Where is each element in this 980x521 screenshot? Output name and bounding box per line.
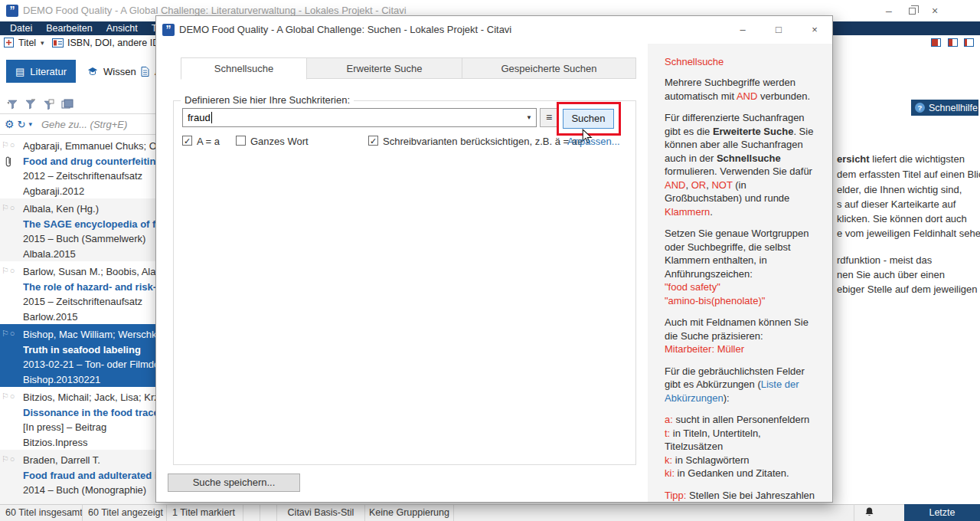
sync-icon[interactable]: ↻ (18, 119, 26, 130)
reference-list: ⚐○ Agbaraji, Emmanuel Chuks; Och Food an… (0, 136, 155, 504)
checkbox-whole-word-label[interactable]: Ganzes Wort (250, 136, 309, 147)
text-segment: in Gedanken und Zitaten. (675, 467, 789, 479)
status-total-count[interactable]: 60 Titel insgesamt (0, 505, 83, 521)
anpassen-link[interactable]: Anpassen... (567, 136, 620, 147)
close-icon[interactable]: × (803, 21, 826, 38)
task-flag-icon: ⚐○ (2, 454, 16, 464)
goto-input[interactable]: Gehe zu... (Strg+E) (41, 119, 127, 130)
combo-dropdown-icon[interactable]: ▼ (526, 114, 532, 121)
tab-erweiterte-suche[interactable]: Erweiterte Suche (307, 57, 462, 79)
list-item[interactable]: ⚐○ Albala, Ken (Hg.) The SAGE encycloped… (0, 198, 155, 261)
tab-literatur[interactable]: ▤ Literatur (6, 60, 76, 83)
statusbar: 60 Titel insgesamt 60 Titel angezeigt 1 … (0, 504, 980, 521)
main-window-controls: – × (877, 2, 946, 20)
layout-columns-icon-2[interactable] (948, 38, 958, 47)
ref-title: Food fraud and adulterated i (23, 468, 155, 483)
menu-bearbeiten[interactable]: Bearbeiten (39, 21, 99, 35)
filter-clear-icon[interactable] (43, 99, 54, 110)
status-empty-cell (243, 505, 260, 521)
checkbox-spelling-variants-label[interactable]: Schreibvarianten berücksichtigen, z.B. ä… (383, 136, 583, 147)
list-item[interactable]: ⚐○ Barlow, Susan M.; Boobis, Alan The ro… (0, 261, 155, 324)
text-segment: Schnellsuche (717, 152, 781, 164)
ref-authors: Bishop, Mac William; Werschku (23, 327, 155, 342)
text-segment: . (710, 206, 713, 218)
text-segment: rdfunktion - meist das (837, 254, 932, 266)
list-item[interactable]: ⚐○ Braden, Darrell T. Food fraud and adu… (0, 450, 155, 504)
minimize-icon[interactable]: – (731, 21, 754, 38)
dialog-titlebar: ” DEMO Food Quality - A Global Challenge… (156, 16, 832, 44)
text-segment: elder, die Ihnen wichtig sind, (837, 184, 962, 195)
ref-title: Food and drug counterfeiting (23, 154, 155, 169)
id-card-icon (52, 38, 64, 48)
layout-columns-icon-3[interactable] (964, 38, 974, 47)
dialog-controls: – □ × (731, 21, 826, 38)
gear-icon[interactable]: ⚙ (5, 118, 15, 130)
save-search-button[interactable]: Suche speichern... (168, 473, 300, 492)
checkbox-spelling-variants[interactable]: ✓ (368, 136, 378, 146)
hamburger-icon: ≡ (546, 111, 552, 123)
text-segment: ersicht (837, 153, 870, 165)
titel-button[interactable]: Titel (18, 38, 36, 48)
statusbar-divider (854, 504, 854, 521)
criteria-label: Definieren Sie hier Ihre Suchkriterien: (181, 94, 354, 106)
text-segment: Mitarbeiter: Müller (665, 343, 744, 355)
text-segment: s auf dieser Karteikarte auf (837, 198, 956, 210)
restore-icon[interactable] (900, 2, 923, 20)
status-marked-count[interactable]: 1 Titel markiert (167, 505, 243, 521)
status-citation-style[interactable]: Citavi Basis-Stil (277, 505, 365, 521)
help-fragment: klicken. Sie können dort auch (837, 211, 980, 227)
text-segment: Stellen Sie bei Jahreszahlen die Abkürzu… (665, 490, 815, 503)
search-options-row: ✓ A = a Ganzes Wort ✓ Schreibvarianten b… (182, 136, 622, 148)
help-fragment: elder, die Ihnen wichtig sind, (837, 182, 980, 198)
list-item[interactable]: ⚐○ Agbaraji, Emmanuel Chuks; Och Food an… (0, 136, 155, 198)
status-grouping[interactable]: Keine Gruppierung (365, 505, 454, 521)
dialog-tabs: Schnellsuche Erweiterte Suche Gespeicher… (181, 57, 636, 80)
minimize-icon[interactable]: – (877, 2, 900, 20)
filter-stack-icon[interactable] (61, 99, 74, 110)
task-flag-icon: ⚐○ (2, 392, 16, 401)
list-item[interactable]: ⚐○ Bitzios, Michail; Jack, Lisa; Krzy Di… (0, 387, 155, 450)
add-title-icon (4, 38, 14, 48)
search-options-button[interactable]: ≡ (540, 108, 558, 127)
checkbox-case-insensitive[interactable]: ✓ (182, 136, 192, 146)
ref-authors: Barlow, Susan M.; Boobis, Alan (23, 264, 155, 280)
titel-dropdown-icon[interactable]: ▾ (41, 39, 44, 47)
checkbox-whole-word[interactable] (236, 136, 246, 146)
task-flag-icon: ⚐○ (2, 329, 16, 339)
document-icon (141, 67, 149, 77)
text-segment: , (685, 179, 691, 191)
text-segment: Auch mit Feldnamen können Sie die Suche … (665, 316, 808, 342)
paperclip-icon (4, 155, 13, 169)
help-heading: Schnellsuche (665, 56, 820, 67)
text-segment: a: (665, 414, 673, 425)
menu-ansicht[interactable]: Ansicht (100, 21, 145, 35)
ref-authors: Bitzios, Michail; Jack, Lisa; Krzy (23, 390, 155, 405)
letzte-aenderungen-button[interactable]: Letzte Änderungen (904, 504, 980, 521)
filter-back-icon[interactable] (6, 99, 18, 110)
help-fragment: dem erfassten Titel auf einen Blick. (837, 167, 980, 182)
close-icon[interactable]: × (923, 2, 946, 20)
filter-forward-icon[interactable] (24, 99, 36, 110)
sync-dropdown-icon[interactable]: ▾ (28, 120, 32, 128)
bell-icon[interactable] (864, 506, 875, 518)
ref-info: 2014 – Buch (Monographie) (23, 483, 155, 498)
checkbox-case-label[interactable]: A = a (197, 136, 220, 147)
schnellhilfe-button[interactable]: ? Schnellhilfe (911, 100, 978, 116)
text-segment: "amino-bis(phenolate)" (665, 295, 765, 306)
tab-schnellsuche[interactable]: Schnellsuche (181, 57, 307, 80)
status-shown-count[interactable]: 60 Titel angezeigt (83, 505, 167, 521)
search-input[interactable]: fraud ▼ (182, 108, 537, 127)
tab-gespeicherte-suchen[interactable]: Gespeicherte Suchen (462, 57, 636, 79)
help-fragment: ersicht liefert die wichtigsten (837, 152, 980, 167)
ref-info: 2015 – Buch (Sammelwerk) (23, 231, 155, 247)
maximize-icon[interactable]: □ (767, 21, 790, 38)
text-segment: verbunden. (757, 90, 810, 102)
layout-columns-icon-1[interactable] (931, 38, 941, 47)
isbn-doi-button[interactable]: ISBN, DOI, andere ID (67, 38, 159, 48)
text-segment: formulieren. Verwenden Sie dafür (665, 165, 812, 177)
help-paragraph: Für differenzierte Suchanfragen gibt es … (665, 111, 820, 218)
text-segment: AND (737, 90, 757, 102)
menu-datei[interactable]: Datei (3, 21, 39, 35)
list-item-selected[interactable]: ⚐○ Bishop, Mac William; Werschku Truth i… (0, 324, 155, 387)
text-segment: ): (724, 392, 730, 404)
